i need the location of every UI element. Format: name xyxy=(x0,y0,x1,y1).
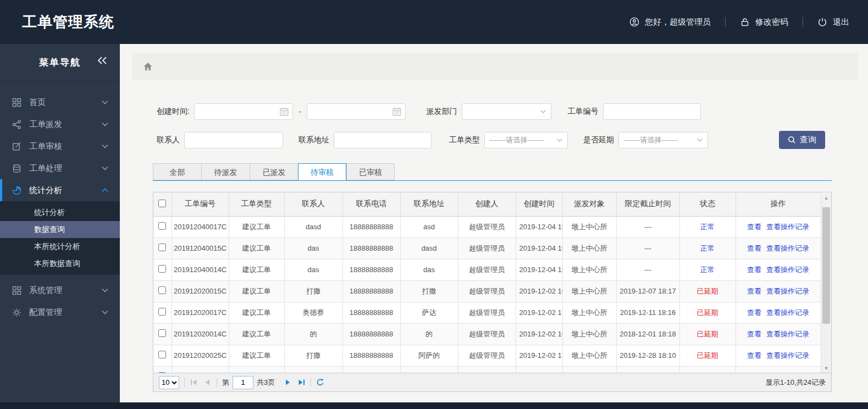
cell-creator: 超级管理员 xyxy=(458,237,516,259)
tab-dispatched[interactable]: 已派发 xyxy=(250,163,298,180)
view-log-link[interactable]: 查看操作记录 xyxy=(766,223,809,231)
view-log-link[interactable]: 查看操作记录 xyxy=(766,351,809,360)
submenu-item-statistics-analysis[interactable]: 统计分析 xyxy=(0,204,120,221)
select-all-checkbox[interactable] xyxy=(158,200,166,207)
create-time-start-wrap xyxy=(194,103,293,120)
page-size-select[interactable]: 10 xyxy=(159,376,179,389)
cell-creator: 超级管理员 xyxy=(458,345,516,366)
home-icon[interactable] xyxy=(143,62,153,71)
change-password-label: 修改密码 xyxy=(755,17,788,27)
next-page-icon[interactable] xyxy=(284,378,292,386)
row-checkbox[interactable] xyxy=(158,372,166,373)
cell-created: 2019-12-04 15 xyxy=(516,259,562,280)
row-checkbox[interactable] xyxy=(158,351,166,358)
sidebar-item-config[interactable]: 配置管理 xyxy=(0,301,120,323)
sidebar-menu: 首页 工单派发 工单审核 工单处理 统计分析 统计分析 数据查询 本所统计分析 xyxy=(0,91,120,323)
sidebar-item-statistics[interactable]: 统计分析 xyxy=(0,179,120,201)
delay-select[interactable]: -------请选择------- xyxy=(618,132,708,148)
prev-page-icon[interactable] xyxy=(203,378,212,386)
app-title: 工单管理系统 xyxy=(22,12,114,32)
logout-button[interactable]: 退出 xyxy=(817,17,849,27)
change-password-button[interactable]: 修改密码 xyxy=(740,17,788,27)
scroll-up-arrow[interactable]: ▲ xyxy=(821,193,831,202)
row-checkbox[interactable] xyxy=(158,329,166,337)
col-address: 联系地址 xyxy=(400,192,458,216)
sidebar-item-review[interactable]: 工单审核 xyxy=(0,135,120,157)
row-checkbox[interactable] xyxy=(158,244,166,251)
view-log-link[interactable]: 查看操作记录 xyxy=(766,287,809,295)
sidebar-collapse-icon[interactable] xyxy=(97,56,108,65)
view-link[interactable]: 查看 xyxy=(747,330,761,338)
col-creator: 创建人 xyxy=(458,192,516,216)
row-checkbox[interactable] xyxy=(158,308,166,316)
cell-actions: 查看查看操作记录 xyxy=(736,216,821,237)
cell-address: 的 xyxy=(400,323,458,345)
menu-label: 配置管理 xyxy=(29,307,62,318)
calendar-icon[interactable] xyxy=(392,107,402,117)
share-icon xyxy=(12,120,21,129)
delay-label: 是否延期 xyxy=(583,135,614,145)
view-log-link[interactable]: 查看操作记录 xyxy=(766,308,809,317)
table-row: 201912020014C建议工单的18888888888的超级管理员2019-… xyxy=(153,323,821,345)
view-link[interactable]: 查看 xyxy=(747,308,761,317)
order-no-input[interactable] xyxy=(603,103,701,120)
user-icon xyxy=(629,17,639,27)
calendar-icon[interactable] xyxy=(279,107,289,117)
col-phone: 联系电话 xyxy=(342,192,400,216)
lock-icon xyxy=(740,17,750,27)
view-log-link[interactable]: 查看操作记录 xyxy=(766,330,809,338)
submenu-item-data-query[interactable]: 数据查询 xyxy=(0,221,120,238)
gear-icon xyxy=(12,308,21,317)
cell-phone: 18888888888 xyxy=(342,323,400,345)
order-type-select[interactable]: -------请选择------- xyxy=(484,132,568,148)
table-row: 201912040015C建议工单das18888888888dasd超级管理员… xyxy=(153,237,821,259)
menu-label: 统计分析 xyxy=(29,185,62,196)
row-checkbox[interactable] xyxy=(158,222,166,230)
sidebar-item-system[interactable]: 系统管理 xyxy=(0,279,120,301)
view-link[interactable]: 查看 xyxy=(747,244,761,252)
main-content: 创建时间: - 派发部门 工单编号 联系人 联系地址 工单类型 xyxy=(120,44,868,402)
tab-reviewed[interactable]: 已审核 xyxy=(346,163,395,180)
submenu-item-local-statistics[interactable]: 本所统计分析 xyxy=(0,238,120,255)
view-link[interactable]: 查看 xyxy=(747,223,761,231)
scroll-down-arrow[interactable]: ▼ xyxy=(821,363,831,373)
row-checkbox[interactable] xyxy=(158,265,166,273)
last-page-icon[interactable] xyxy=(297,378,306,386)
create-time-start-input[interactable] xyxy=(194,103,293,120)
view-log-link[interactable]: 查看操作记录 xyxy=(766,266,809,274)
cell-actions: 查看查看操作记录 xyxy=(736,280,821,302)
contact-input[interactable] xyxy=(184,132,283,148)
user-greeting[interactable]: 您好，超级管理员 xyxy=(629,17,711,27)
submenu-item-local-data-query[interactable]: 本所数据查询 xyxy=(0,255,120,272)
page-number-input[interactable] xyxy=(233,376,253,389)
menu-label: 首页 xyxy=(29,97,46,108)
vertical-scrollbar[interactable]: ▲ ▼ xyxy=(821,193,831,373)
pager-divider xyxy=(217,378,217,387)
tab-all[interactable]: 全部 xyxy=(153,163,201,180)
sidebar-item-process[interactable]: 工单处理 xyxy=(0,157,120,179)
search-button[interactable]: 查询 xyxy=(779,131,825,149)
refresh-icon[interactable] xyxy=(316,378,324,386)
delay-value: -------请选择------- xyxy=(623,135,694,145)
address-input[interactable] xyxy=(334,132,432,148)
cell-target: 墩上中心所 xyxy=(562,280,616,302)
sidebar-item-home[interactable]: 首页 xyxy=(0,91,120,113)
view-link[interactable]: 查看 xyxy=(747,351,761,360)
pager-summary: 显示1-10,共24记录 xyxy=(766,378,826,388)
statistics-submenu: 统计分析 数据查询 本所统计分析 本所数据查询 xyxy=(0,201,120,275)
sidebar-item-dispatch[interactable]: 工单派发 xyxy=(0,113,120,135)
dispatch-dept-select[interactable] xyxy=(462,103,551,120)
create-time-end-input[interactable] xyxy=(307,103,406,120)
cell-actions: 查看查看操作记录 xyxy=(736,237,821,259)
first-page-icon[interactable] xyxy=(190,378,198,386)
scrollbar-thumb[interactable] xyxy=(822,207,830,324)
chevron-down-icon xyxy=(101,309,109,315)
cell-deadline: --- xyxy=(616,237,679,259)
row-checkbox[interactable] xyxy=(158,286,166,294)
view-link[interactable]: 查看 xyxy=(747,266,761,274)
tab-pending-review[interactable]: 待审核 xyxy=(298,163,346,181)
tab-pending-dispatch[interactable]: 待派发 xyxy=(201,163,250,180)
view-log-link[interactable]: 查看操作记录 xyxy=(766,244,809,252)
cell-type: 建议工单 xyxy=(229,323,284,345)
view-link[interactable]: 查看 xyxy=(747,287,761,295)
